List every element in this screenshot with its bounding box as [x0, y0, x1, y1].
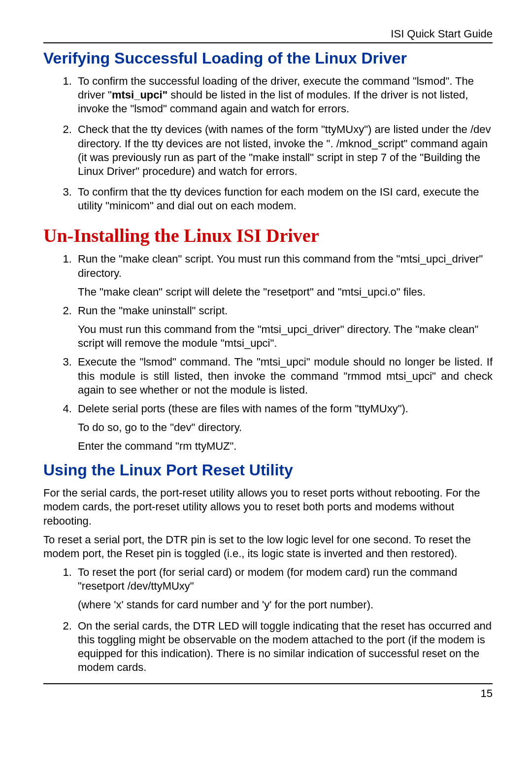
uninstall-list: Run the "make clean" script. You must ru… [43, 252, 493, 453]
reset-list: To reset the port (for serial card) or m… [43, 565, 493, 674]
text-run: The "make clean" script will delete the … [78, 285, 493, 299]
heading-port-reset: Using the Linux Port Reset Utility [43, 461, 493, 479]
text-run: (where 'x' stands for card number and 'y… [78, 598, 493, 612]
paragraph: For the serial cards, the port-reset uti… [43, 486, 493, 528]
paragraph: To reset a serial port, the DTR pin is s… [43, 533, 493, 561]
list-item: Check that the tty devices (with names o… [75, 123, 493, 178]
text-bold: mtsi_upci" [112, 89, 167, 101]
text-run: Delete serial ports (these are files wit… [78, 402, 408, 415]
list-item: Run the "make uninstall" script. You mus… [75, 304, 493, 350]
heading-uninstall: Un-Installing the Linux ISI Driver [43, 225, 493, 246]
header-rule [43, 42, 493, 43]
text-run: Run the "make clean" script. You must ru… [78, 253, 483, 279]
list-item: Delete serial ports (these are files wit… [75, 402, 493, 453]
list-item: To reset the port (for serial card) or m… [75, 565, 493, 612]
list-item: To confirm that the tty devices function… [75, 185, 493, 213]
list-item: Execute the "lsmod" command. The "mtsi_u… [75, 355, 493, 397]
document-page: ISI Quick Start Guide Verifying Successf… [0, 0, 532, 765]
list-item: On the serial cards, the DTR LED will to… [75, 619, 493, 675]
text-run: To reset the port (for serial card) or m… [78, 566, 457, 592]
verify-list: To confirm the successful loading of the… [43, 74, 493, 213]
heading-verifying: Verifying Successful Loading of the Linu… [43, 49, 493, 67]
text-run: To do so, go to the "dev" directory. [78, 421, 493, 434]
page-number: 15 [43, 687, 493, 700]
footer-rule [43, 683, 493, 684]
text-run: You must run this command from the "mtsi… [78, 323, 493, 350]
text-run: On the serial cards, the DTR LED will to… [78, 620, 492, 673]
text-run: Execute the "lsmod" command. The "mtsi_u… [78, 356, 493, 396]
list-item: Run the "make clean" script. You must ru… [75, 252, 493, 299]
header-title: ISI Quick Start Guide [43, 28, 493, 40]
list-item: To confirm the successful loading of the… [75, 74, 493, 116]
text-run: Enter the command "rm ttyMUZ". [78, 439, 493, 453]
text-run: Run the "make uninstall" script. [78, 304, 228, 317]
